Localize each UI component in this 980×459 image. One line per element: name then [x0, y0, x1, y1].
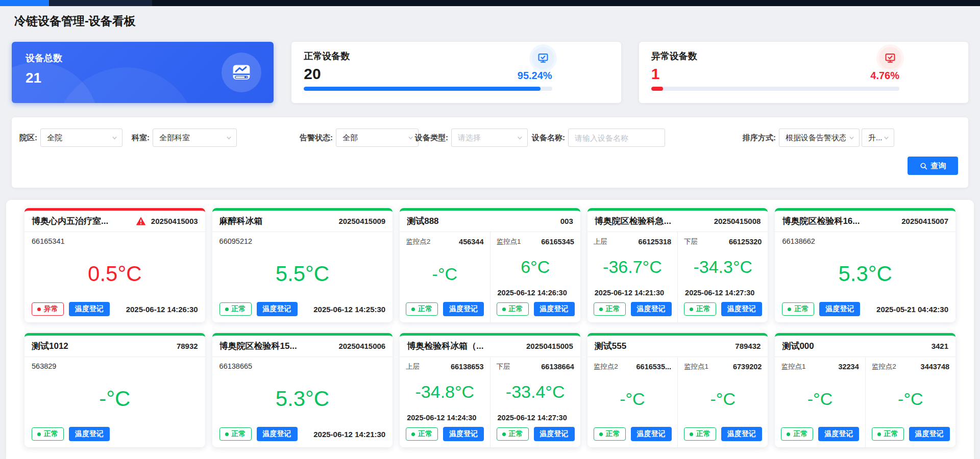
- status-dot-icon: [411, 308, 415, 311]
- temperature-value: -34.8°C: [406, 371, 483, 413]
- device-title: 测试888: [407, 215, 555, 227]
- sensor-panel: 监控点1 32234 -°C 正常 温度登记: [775, 357, 865, 447]
- status-badge: 正常: [32, 427, 64, 441]
- sensor-footer: 正常 温度登记: [684, 427, 762, 441]
- temperature-register-button[interactable]: 温度登记: [909, 427, 950, 441]
- device-grid: 博奥心内五治疗室... 20250415003 66165341 0.5°C 异…: [24, 208, 955, 447]
- sensor-panel: 上层 66138653 -34.8°C 2025-06-12 14:24:30 …: [400, 357, 489, 447]
- sensor-name: 上层: [406, 362, 420, 371]
- device-title: 测试1012: [32, 340, 172, 352]
- device-code: 3421: [932, 342, 948, 350]
- status-badge-label: 正常: [232, 429, 246, 439]
- status-dot-icon: [225, 308, 229, 311]
- device-card: 博奥院区检验科16... 20250415007 66138662 5.3°C …: [775, 208, 955, 322]
- device-type-label: 设备类型:: [415, 133, 448, 143]
- device-body: 上层 66138653 -34.8°C 2025-06-12 14:24:30 …: [400, 357, 580, 447]
- device-code: 20250415003: [151, 217, 198, 225]
- device-card-header: 测试1012 78932: [24, 336, 205, 357]
- navbar-segment: [49, 0, 152, 6]
- department-select[interactable]: 全部科室: [153, 129, 237, 147]
- temperature-register-button[interactable]: 温度登记: [818, 427, 859, 441]
- device-card: 麻醉科冰箱 20250415009 66095212 5.5°C 正常 温度登记…: [212, 208, 393, 322]
- device-type-select[interactable]: 请选择: [451, 129, 528, 147]
- temperature-register-button[interactable]: 温度登记: [69, 427, 110, 441]
- temperature-register-button[interactable]: 温度登记: [443, 427, 484, 441]
- sensor-timestamp: 2025-06-12 14:24:30: [407, 414, 483, 422]
- temperature-register-button[interactable]: 温度登记: [721, 302, 762, 316]
- sensor-head: 监控点1 32234: [781, 362, 859, 371]
- status-badge: 正常: [406, 427, 438, 441]
- sensor-name: 监控点2: [872, 362, 896, 371]
- device-card-header: 博奥院区检验科16... 20250415007: [775, 211, 955, 232]
- sensor-name: 下层: [497, 362, 510, 371]
- sensor-footer: 正常 温度登记: [684, 302, 762, 316]
- status-badge: 正常: [406, 302, 438, 316]
- sort-mode-select[interactable]: 根据设备告警状态: [779, 129, 860, 147]
- temperature-register-button[interactable]: 温度登记: [721, 427, 762, 441]
- filter-panel: 院区: 全院 科室: 全部科室 告警状态: 全部 设备类型: 请选择 设备名称:: [12, 117, 968, 188]
- device-card-header: 麻醉科冰箱 20250415009: [212, 211, 393, 232]
- campus-select[interactable]: 全院: [40, 129, 122, 147]
- sensor-head: 下层 66138664: [497, 362, 574, 371]
- status-badge-label: 正常: [606, 429, 620, 439]
- temperature-register-button[interactable]: 温度登记: [257, 302, 298, 316]
- device-body: 66095212 5.5°C 正常 温度登记 2025-06-12 14:25:…: [212, 232, 393, 322]
- sensor-timestamp: 2025-06-12 14:21:30: [595, 289, 671, 297]
- normal-progress-bar: [304, 87, 552, 91]
- stat-card-total: 设备总数 21: [12, 42, 274, 103]
- device-code: 20250415005: [526, 342, 573, 350]
- temperature-register-button[interactable]: 温度登记: [443, 302, 484, 316]
- temperature-register-button[interactable]: 温度登记: [257, 427, 298, 441]
- sort-direction-select[interactable]: 升...: [862, 129, 894, 147]
- sensor-head: 66138665: [219, 362, 386, 370]
- browser-tab-active[interactable]: [0, 0, 49, 6]
- sensor-name: 监控点2: [406, 237, 430, 246]
- sensor-panel: 上层 66125318 -36.7°C 2025-06-12 14:21:30 …: [587, 232, 677, 322]
- search-button[interactable]: 查询: [908, 157, 958, 175]
- device-code: 789432: [735, 342, 761, 350]
- temperature-register-button[interactable]: 温度登记: [69, 302, 110, 316]
- sensor-panel: 监控点1 6739202 -°C 正常 温度登记: [677, 357, 768, 447]
- status-badge: 正常: [497, 302, 529, 316]
- temperature-register-button[interactable]: 温度登记: [631, 302, 672, 316]
- page-title: 冷链设备管理-设备看板: [14, 13, 136, 29]
- status-badge: 正常: [684, 302, 716, 316]
- status-dot-icon: [877, 432, 881, 436]
- temperature-register-button[interactable]: 温度登记: [631, 427, 672, 441]
- sensor-head: 563829: [32, 362, 198, 370]
- sensor-name: 下层: [684, 237, 698, 246]
- status-badge-label: 正常: [696, 304, 710, 314]
- device-body: 监控点1 32234 -°C 正常 温度登记 监控点2 3443748 -°C …: [775, 357, 955, 447]
- temperature-value: -°C: [406, 246, 483, 302]
- alarm-status-select[interactable]: 全部: [336, 129, 419, 147]
- status-badge-label: 正常: [418, 429, 432, 439]
- device-name-input[interactable]: [575, 134, 658, 142]
- device-card: 博奥检验科冰箱（... 20250415005 上层 66138653 -34.…: [400, 333, 580, 447]
- abnormal-progress-bar: [651, 87, 899, 91]
- record-timestamp: 2025-05-21 04:42:30: [876, 305, 948, 314]
- device-body: 监控点2 6616535... -°C 正常 温度登记 监控点1 6739202…: [587, 357, 768, 447]
- sensor-panel: 66165341 0.5°C 异常 温度登记 2025-06-12 14:26:…: [24, 232, 205, 322]
- status-badge: 正常: [594, 427, 626, 441]
- sensor-panel: 563829 -°C 正常 温度登记: [24, 357, 205, 447]
- sensor-footer: 正常 温度登记: [406, 302, 483, 316]
- temperature-register-button[interactable]: 温度登记: [534, 302, 575, 316]
- sensor-head: 上层 66138653: [406, 362, 483, 371]
- temperature-register-button[interactable]: 温度登记: [819, 302, 860, 316]
- temperature-value: 5.3°C: [782, 245, 948, 302]
- temperature-value: 6°C: [497, 246, 574, 288]
- sensor-footer: 正常 温度登记: [594, 302, 671, 316]
- device-card-header: 博奥心内五治疗室... 20250415003: [24, 211, 205, 232]
- status-dot-icon: [502, 432, 506, 436]
- status-badge: 正常: [219, 302, 252, 316]
- status-badge-label: 正常: [794, 304, 808, 314]
- device-card-header: 博奥院区检验科急... 20250415008: [587, 211, 768, 232]
- chevron-down-icon: [848, 135, 855, 141]
- stats-row: 设备总数 21 正常设备数 20 95.24%: [12, 42, 968, 103]
- device-body: 66165341 0.5°C 异常 温度登记 2025-06-12 14:26:…: [24, 232, 205, 322]
- sensor-head: 监控点2 456344: [406, 237, 483, 246]
- stat-abnormal-percent: 4.76%: [870, 70, 899, 82]
- temperature-register-button[interactable]: 温度登记: [534, 427, 575, 441]
- device-card-header: 测试555 789432: [587, 336, 768, 357]
- sensor-id: 3443748: [921, 363, 949, 371]
